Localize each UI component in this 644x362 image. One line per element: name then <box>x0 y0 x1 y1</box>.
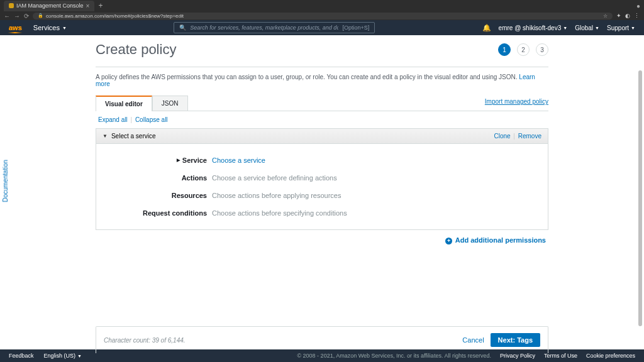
expand-collapse-row: Expand all | Collapse all <box>96 111 548 128</box>
browser-toolbar: ← → ⟳ 🔒 console.aws.amazon.com/iam/home#… <box>0 11 644 20</box>
profile-icon[interactable]: ◐ <box>625 13 631 19</box>
wizard-steps: 1 2 3 <box>498 43 548 56</box>
field-service: ▶Service Choose a service <box>109 151 535 169</box>
aws-header: aws Services ▼ 🔍 [Option+S] 🔔 emre @ shi… <box>0 20 644 35</box>
clone-link[interactable]: Clone <box>494 133 510 140</box>
services-label: Services <box>33 24 60 31</box>
support-label: Support <box>607 25 629 31</box>
add-permissions-label: Add additional permissions <box>455 236 546 244</box>
add-permissions-link[interactable]: + Add additional permissions <box>96 230 548 244</box>
cancel-button[interactable]: Cancel <box>462 336 484 344</box>
scrollbar[interactable] <box>638 70 642 334</box>
window-minimize-icon[interactable]: ● <box>636 3 640 9</box>
services-menu[interactable]: Services ▼ <box>33 24 67 31</box>
language-selector[interactable]: English (US) ▼ <box>44 353 82 359</box>
bottom-action-bar: Character count: 39 of 6,144. Cancel Nex… <box>96 326 548 353</box>
remove-link[interactable]: Remove <box>518 133 541 140</box>
browser-tab-bar: IAM Management Console × + ● <box>0 0 644 11</box>
reload-button[interactable]: ⟳ <box>24 13 29 19</box>
search-input[interactable] <box>190 25 338 31</box>
forward-button[interactable]: → <box>14 13 20 19</box>
page-description: A policy defines the AWS permissions tha… <box>96 74 548 87</box>
section-title: Select a service <box>111 133 156 140</box>
field-actions: Actions Choose a service before defining… <box>109 169 535 187</box>
step-1[interactable]: 1 <box>498 43 511 56</box>
caret-down-icon: ▼ <box>62 26 67 30</box>
caret-down-icon: ▼ <box>563 26 567 30</box>
close-tab-icon[interactable]: × <box>86 3 90 9</box>
next-button[interactable]: Next: Tags <box>491 333 540 347</box>
support-menu[interactable]: Support ▼ <box>607 25 635 31</box>
documentation-tab[interactable]: Documentation <box>0 155 11 207</box>
separator: | <box>130 116 132 123</box>
cookie-link[interactable]: Cookie preferences <box>586 353 635 359</box>
field-label: Actions <box>109 174 212 182</box>
separator: | <box>513 133 515 140</box>
service-section-body: ▶Service Choose a service Actions Choose… <box>96 144 548 230</box>
field-resources: Resources Choose actions before applying… <box>109 187 535 204</box>
divider <box>96 67 548 67</box>
notifications-icon[interactable]: 🔔 <box>482 24 491 32</box>
menu-icon[interactable]: ⋮ <box>634 13 640 19</box>
caret-right-icon: ▶ <box>177 158 180 163</box>
new-tab-button[interactable]: + <box>98 1 103 10</box>
caret-down-icon: ▼ <box>631 26 635 30</box>
search-box[interactable]: 🔍 [Option+S] <box>174 22 375 33</box>
copyright-text: © 2008 - 2021, Amazon Web Services, Inc.… <box>297 353 491 359</box>
url-bar[interactable]: 🔒 console.aws.amazon.com/iam/home#/polic… <box>33 13 613 19</box>
field-label: Service <box>182 156 207 164</box>
search-shortcut: [Option+S] <box>342 25 369 31</box>
region-label: Global <box>575 25 593 31</box>
expand-all-link[interactable]: Expand all <box>98 116 128 123</box>
bookmark-icon[interactable]: ☆ <box>603 13 608 19</box>
field-value: Choose actions before specifying conditi… <box>212 209 347 217</box>
extension-icons: ✦ ◐ ⋮ <box>616 13 640 19</box>
extensions-icon[interactable]: ✦ <box>616 13 623 19</box>
character-count: Character count: 39 of 6,144. <box>104 337 186 344</box>
collapse-all-link[interactable]: Collapse all <box>135 116 168 123</box>
field-label: Request conditions <box>109 209 212 217</box>
field-conditions: Request conditions Choose actions before… <box>109 204 535 222</box>
page-title: Create policy <box>96 41 176 58</box>
back-button[interactable]: ← <box>4 13 10 19</box>
feedback-link[interactable]: Feedback <box>9 353 34 359</box>
tab-json[interactable]: JSON <box>152 96 188 111</box>
terms-link[interactable]: Terms of Use <box>544 353 577 359</box>
caret-down-icon: ▼ <box>595 26 599 30</box>
language-label: English (US) <box>44 353 76 359</box>
import-managed-policy-link[interactable]: Import managed policy <box>485 98 548 107</box>
account-menu[interactable]: emre @ shikisoft-dev3 ▼ <box>499 25 568 31</box>
privacy-link[interactable]: Privacy Policy <box>500 353 535 359</box>
lock-icon: 🔒 <box>38 13 43 18</box>
account-label: emre @ shikisoft-dev3 <box>499 25 562 31</box>
service-section-header[interactable]: ▼ Select a service Clone | Remove <box>96 128 548 144</box>
field-value: Choose a service before defining actions <box>212 174 337 182</box>
tab-title: IAM Management Console <box>16 3 84 9</box>
search-icon: 🔍 <box>179 25 186 31</box>
aws-logo[interactable]: aws <box>9 24 22 31</box>
step-3[interactable]: 3 <box>536 43 548 56</box>
region-menu[interactable]: Global ▼ <box>575 25 599 31</box>
browser-tab[interactable]: IAM Management Console × <box>4 1 94 11</box>
plus-icon: + <box>445 238 452 244</box>
scrollbar-thumb[interactable] <box>638 70 642 326</box>
field-value: Choose actions before applying resources <box>212 192 341 199</box>
description-text: A policy defines the AWS permissions tha… <box>96 74 518 80</box>
tab-visual-editor[interactable]: Visual editor <box>96 96 152 111</box>
caret-down-icon: ▼ <box>103 133 108 139</box>
editor-tabs: Visual editor JSON Import managed policy <box>96 95 548 111</box>
url-text: console.aws.amazon.com/iam/home#/policie… <box>46 13 184 19</box>
favicon <box>9 3 14 8</box>
caret-down-icon: ▼ <box>77 354 82 358</box>
step-2[interactable]: 2 <box>517 43 530 56</box>
field-label: Resources <box>109 192 212 199</box>
choose-service-link[interactable]: Choose a service <box>212 156 265 164</box>
